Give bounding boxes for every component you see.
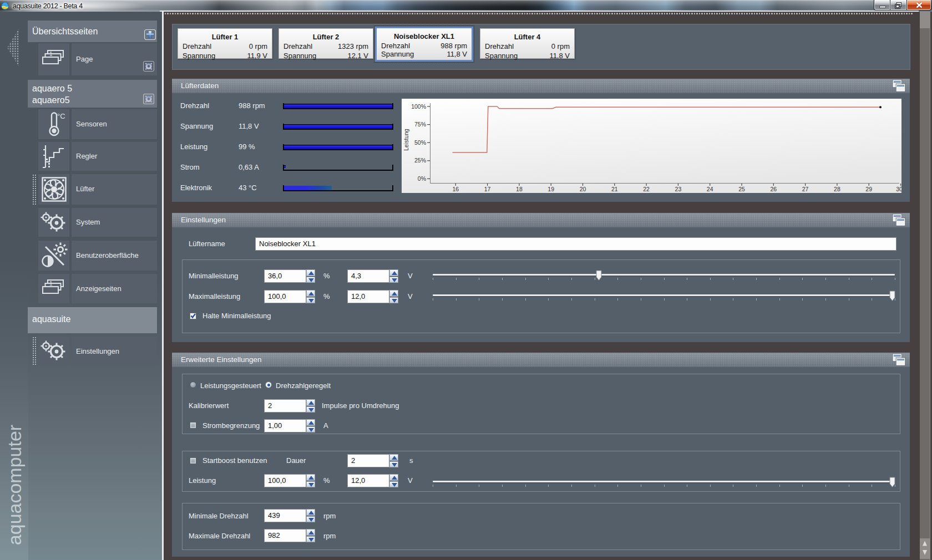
svg-text:28: 28 [834,186,840,192]
svg-text:22: 22 [643,186,650,192]
svg-text:20: 20 [580,186,586,192]
svg-text:50%: 50% [414,139,426,146]
svg-text:27: 27 [802,186,809,192]
svg-text:30: 30 [896,186,901,192]
svg-text:0%: 0% [418,175,426,182]
svg-text:25%: 25% [414,157,426,164]
svg-text:75%: 75% [414,121,426,128]
svg-text:25: 25 [738,186,745,192]
svg-text:29: 29 [865,186,872,192]
svg-text:19: 19 [548,186,554,192]
svg-text:100%: 100% [411,103,426,110]
svg-text:23: 23 [675,186,682,192]
svg-text:°C: °C [57,112,65,120]
svg-text:Leistung: Leistung [403,129,409,151]
svg-text:26: 26 [770,186,777,192]
svg-text:24: 24 [707,186,713,192]
svg-text:1: 1 [49,51,53,57]
svg-text:16: 16 [452,186,459,192]
svg-text:21: 21 [611,186,618,192]
svg-text:1: 1 [49,281,53,287]
svg-text:18: 18 [516,186,523,192]
svg-text:17: 17 [484,186,491,192]
